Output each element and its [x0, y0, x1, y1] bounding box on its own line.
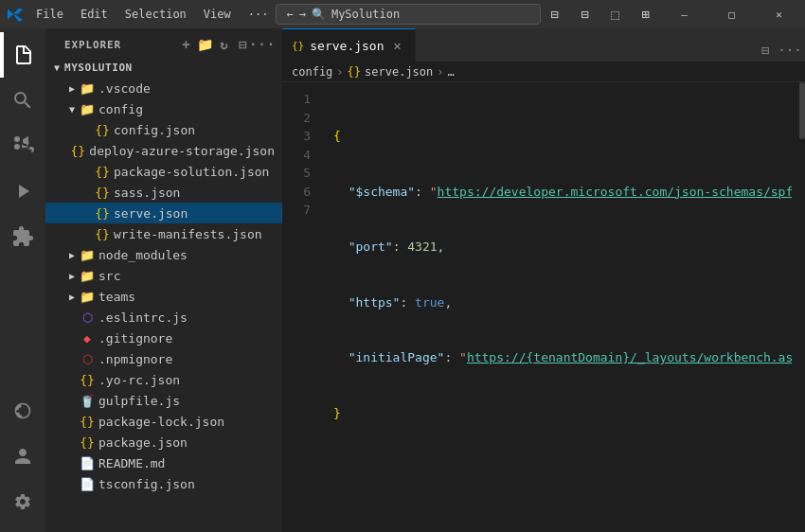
write-manifests-icon: {} — [95, 226, 110, 241]
src-expand-icon: ▶ — [64, 268, 80, 283]
activity-account[interactable] — [0, 434, 45, 479]
serve-json-label: serve.json — [114, 206, 188, 221]
layout-icon[interactable]: ⊟ — [541, 4, 567, 25]
nav-forward-icon[interactable]: → — [299, 8, 306, 21]
breadcrumb-file-name[interactable]: serve.json — [365, 65, 433, 79]
code-line-2: "$schema": "https://developer.microsoft.… — [333, 183, 792, 202]
tree-item-readme[interactable]: ▶ 📄 README.md — [45, 452, 282, 473]
gitignore-label: .gitignore — [98, 331, 172, 346]
tree-item-teams[interactable]: ▶ 📁 teams — [45, 286, 282, 307]
remote-icon — [13, 401, 32, 420]
search-text[interactable]: MySolution — [331, 8, 400, 21]
extensions-icon — [11, 225, 34, 248]
tree-item-vscode[interactable]: ▶ 📁 .vscode — [45, 78, 282, 98]
nav-back-icon[interactable]: ← — [286, 8, 293, 21]
activity-search[interactable] — [0, 78, 45, 123]
tree-item-yo-rc[interactable]: ▶ {} .yo-rc.json — [45, 369, 282, 390]
tree-item-npmignore[interactable]: ▶ ⬡ .npmignore — [45, 348, 282, 369]
activity-remote[interactable] — [0, 388, 45, 434]
tab-close-icon[interactable]: ✕ — [390, 38, 405, 53]
package-json-label: package.json — [98, 435, 188, 450]
tree-item-config[interactable]: ▼ 📁 config — [45, 98, 282, 119]
tree-item-gitignore[interactable]: ▶ ◆ .gitignore — [45, 328, 282, 348]
tree-item-sass-json[interactable]: ▶ {} sass.json — [45, 182, 282, 203]
config-json-icon: {} — [95, 122, 110, 137]
menu-more[interactable]: ··· — [241, 6, 277, 23]
node-modules-folder-icon: 📁 — [80, 247, 95, 262]
code-editor[interactable]: 1 2 3 4 5 6 7 { "$schema": "https://deve… — [282, 82, 805, 532]
menu-view[interactable]: View — [196, 6, 239, 23]
breadcrumb: config › {} serve.json › … — [282, 62, 805, 82]
tree-item-gulpfile[interactable]: ▶ 🥤 gulpfile.js — [45, 390, 282, 411]
breadcrumb-more[interactable]: … — [448, 65, 455, 79]
sidebar-header-icons: + 📁 ↻ ⊟ ··· — [178, 36, 271, 53]
tree-item-tsconfig[interactable]: ▶ 📄 tsconfig.json — [45, 473, 282, 494]
eslintrc-label: .eslintrc.js — [98, 310, 188, 325]
activity-extensions[interactable] — [0, 214, 45, 259]
git-icon: ◆ — [80, 330, 95, 346]
code-line-1: { — [333, 127, 792, 146]
refresh-icon[interactable]: ↻ — [216, 36, 233, 53]
gulp-icon: 🥤 — [80, 393, 95, 408]
tree-item-write-manifests[interactable]: ▶ {} write-manifests.json — [45, 223, 282, 244]
settings-icon — [13, 492, 32, 511]
more-tabs-icon[interactable]: ··· — [778, 39, 801, 62]
scroll-indicator — [792, 82, 805, 532]
title-bar-center: ← → 🔍 MySolution — [276, 4, 541, 25]
activity-bar — [0, 28, 45, 532]
split-icon[interactable]: ⊟ — [571, 4, 598, 25]
breadcrumb-config[interactable]: config — [292, 65, 332, 79]
minimize-button[interactable]: — — [662, 0, 706, 28]
search-bar: ← → 🔍 MySolution — [276, 4, 541, 25]
new-folder-icon[interactable]: 📁 — [197, 36, 214, 53]
breadcrumb-sep1: › — [336, 65, 343, 79]
menu-edit[interactable]: Edit — [73, 6, 116, 23]
tree-item-src[interactable]: ▶ 📁 src — [45, 265, 282, 286]
search-icon: 🔍 — [312, 8, 326, 21]
panel-icon[interactable]: ⬚ — [601, 4, 628, 25]
deploy-json-icon: {} — [70, 143, 85, 158]
maximize-button[interactable]: □ — [709, 0, 753, 28]
scroll-thumb[interactable] — [799, 82, 805, 139]
tree-item-config-json[interactable]: ▶ {} config.json — [45, 119, 282, 140]
tab-icon: {} — [292, 40, 304, 52]
breadcrumb-sep2: › — [437, 65, 443, 79]
tree-item-node-modules[interactable]: ▶ 📁 node_modules — [45, 244, 282, 265]
teams-folder-icon: 📁 — [80, 289, 95, 304]
config-collapse-icon: ▼ — [64, 101, 80, 116]
menu-selection[interactable]: Selection — [117, 6, 194, 23]
serve-json-icon: {} — [95, 205, 110, 221]
code-line-3: "port": 4321, — [333, 238, 792, 257]
tree-item-serve-json[interactable]: ▶ {} serve.json — [45, 203, 282, 223]
close-button[interactable]: ✕ — [757, 0, 800, 28]
file-tree: ▼ MYSOLUTION ▶ 📁 .vscode ▼ 📁 config ▶ — [45, 57, 282, 532]
tree-item-eslintrc[interactable]: ▶ ⬡ .eslintrc.js — [45, 307, 282, 328]
sass-json-label: sass.json — [114, 186, 180, 200]
tree-item-package-json[interactable]: ▶ {} package.json — [45, 432, 282, 452]
package-solution-label: package-solution.json — [114, 165, 269, 179]
package-solution-icon: {} — [95, 164, 110, 179]
title-bar-left: File Edit Selection View ··· — [8, 6, 276, 23]
activity-settings[interactable] — [0, 479, 45, 524]
sidebar-title: EXPLORER — [64, 39, 121, 51]
activity-explorer[interactable] — [0, 32, 45, 78]
code-content[interactable]: { "$schema": "https://developer.microsof… — [318, 82, 792, 532]
new-file-icon[interactable]: + — [178, 36, 195, 53]
tab-serve-json[interactable]: {} serve.json ✕ — [282, 28, 416, 62]
menu-file[interactable]: File — [28, 6, 71, 23]
tree-item-package-solution-json[interactable]: ▶ {} package-solution.json — [45, 161, 282, 182]
npm-icon: ⬡ — [80, 351, 95, 366]
breadcrumb-file[interactable]: {} — [348, 65, 361, 79]
tree-root[interactable]: ▼ MYSOLUTION — [45, 57, 282, 78]
node-modules-expand-icon: ▶ — [64, 247, 80, 262]
tree-item-deploy-json[interactable]: ▶ {} deploy-azure-storage.json — [45, 140, 282, 161]
account-icon — [13, 447, 32, 466]
activity-source-control[interactable] — [0, 123, 45, 168]
activity-run[interactable] — [0, 168, 45, 214]
tree-item-package-lock[interactable]: ▶ {} package-lock.json — [45, 411, 282, 432]
grid-icon[interactable]: ⊞ — [632, 4, 658, 25]
tsconfig-label: tsconfig.json — [98, 477, 195, 491]
more-actions-icon[interactable]: ··· — [254, 36, 271, 53]
split-editor-icon[interactable]: ⊟ — [754, 39, 777, 62]
tab-label: serve.json — [310, 39, 384, 53]
